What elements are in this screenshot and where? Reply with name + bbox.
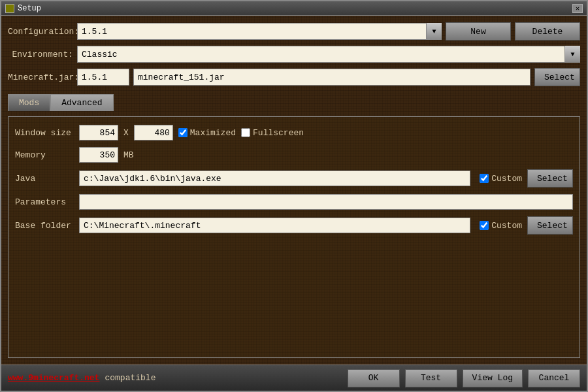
jar-filename-input[interactable] (133, 69, 531, 86)
footer-compat-text: compatible (105, 373, 155, 383)
env-label: Environment: (8, 50, 73, 59)
footer-logo: www.9minecraft.net (8, 373, 99, 383)
env-select[interactable]: Classic (77, 46, 580, 63)
title-bar: Setup ✕ (1, 1, 587, 16)
window-size-row: Window size X Maximized Fullscreen (15, 125, 573, 140)
java-custom-checkbox[interactable] (480, 174, 489, 183)
java-custom-checkbox-label[interactable]: Custom (480, 174, 522, 184)
config-select[interactable]: 1.5.1 (77, 23, 442, 40)
java-select-button[interactable]: Select (527, 169, 573, 188)
fullscreen-label-text: Fullscreen (253, 128, 304, 138)
close-button[interactable]: ✕ (572, 4, 583, 13)
x-separator: X (123, 128, 129, 138)
memory-input[interactable] (79, 147, 118, 163)
memory-row: Memory MB (15, 147, 573, 163)
new-button[interactable]: New (446, 22, 511, 41)
window-size-label: Window size (15, 128, 74, 138)
test-button[interactable]: Test (405, 369, 457, 387)
parameters-row: Parameters (15, 194, 573, 210)
basefolder-custom-checkbox[interactable] (480, 221, 489, 230)
basefolder-select-button[interactable]: Select (527, 216, 573, 235)
configuration-row: Configuration: 1.5.1 ▼ New Delete (8, 22, 580, 41)
basefolder-custom-checkbox-label[interactable]: Custom (480, 221, 522, 231)
delete-button[interactable]: Delete (515, 22, 580, 41)
setup-window: Setup ✕ Configuration: 1.5.1 ▼ New Delet… (0, 0, 588, 392)
basefolder-label: Base folder (15, 221, 74, 231)
advanced-panel: Window size X Maximized Fullscreen Memor… (8, 116, 580, 358)
tabs-row: Mods Advanced (8, 94, 580, 111)
maximized-label-text: Maximized (190, 128, 236, 138)
basefolder-input[interactable] (79, 218, 470, 233)
window-icon (5, 4, 14, 13)
jar-row: Minecraft.jar: Select (8, 68, 580, 86)
main-content: Configuration: 1.5.1 ▼ New Delete Enviro… (1, 16, 587, 365)
basefolder-row: Base folder Custom Select (15, 216, 573, 235)
jar-select-button[interactable]: Select (534, 68, 580, 86)
tab-advanced[interactable]: Advanced (50, 94, 113, 111)
java-row: Java Custom Select (15, 169, 573, 188)
maximized-checkbox-label[interactable]: Maximized (178, 128, 236, 138)
cancel-button[interactable]: Cancel (528, 369, 580, 387)
jar-version-input[interactable] (77, 69, 129, 86)
java-path-input[interactable] (79, 171, 470, 186)
maximized-checkbox[interactable] (178, 128, 188, 137)
window-title: Setup (18, 4, 572, 13)
jar-label: Minecraft.jar: (8, 73, 73, 82)
window-width-input[interactable] (79, 125, 118, 140)
env-combo-wrapper: Classic ▼ (77, 46, 580, 63)
parameters-label: Parameters (15, 197, 74, 207)
java-label: Java (15, 174, 74, 184)
config-label: Configuration: (8, 27, 73, 37)
ok-button[interactable]: OK (348, 369, 400, 387)
basefolder-custom-label-text: Custom (491, 221, 522, 231)
fullscreen-checkbox[interactable] (241, 128, 250, 137)
java-custom-label-text: Custom (491, 174, 522, 184)
viewlog-button[interactable]: View Log (463, 369, 523, 387)
footer: www.9minecraft.net compatible OK Test Vi… (1, 365, 587, 391)
parameters-input[interactable] (79, 194, 573, 210)
tab-mods[interactable]: Mods (8, 94, 50, 111)
environment-row: Environment: Classic ▼ (8, 46, 580, 63)
window-height-input[interactable] (134, 125, 173, 140)
memory-label: Memory (15, 150, 74, 160)
mb-label: MB (123, 150, 134, 160)
fullscreen-checkbox-label[interactable]: Fullscreen (241, 128, 304, 138)
config-combo-wrapper: 1.5.1 ▼ (77, 23, 442, 40)
